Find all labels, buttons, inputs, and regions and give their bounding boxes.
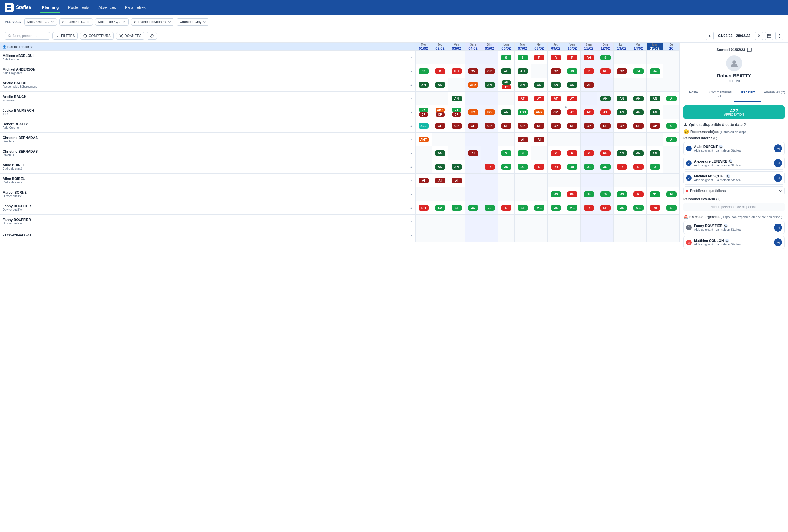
shift-tag[interactable]: AN <box>418 82 429 88</box>
shift-cell[interactable]: CP <box>465 119 481 133</box>
shift-tag[interactable]: AM7 <box>436 107 445 112</box>
shift-tag[interactable]: AN <box>485 82 495 88</box>
nav-roulements[interactable]: Roulements <box>64 3 93 12</box>
emp-arrow[interactable]: ▲ <box>410 193 413 196</box>
emp-arrow[interactable]: ▲ <box>410 152 413 155</box>
shift-tag[interactable]: S <box>501 150 511 156</box>
shift-tag[interactable]: RH <box>452 68 462 74</box>
shift-cell[interactable]: JC <box>597 160 614 174</box>
shift-tag[interactable]: R <box>617 164 627 170</box>
shift-tag[interactable]: J <box>650 164 660 170</box>
shift-tag[interactable]: CP <box>436 113 445 117</box>
person-action-lefevre[interactable]: →i <box>774 159 782 167</box>
shift-cell[interactable]: JC <box>514 160 531 174</box>
shift-tag[interactable]: R <box>435 68 445 74</box>
shift-cell[interactable]: RH <box>647 201 663 215</box>
shift-cell[interactable]: R <box>580 201 597 215</box>
shift-cell[interactable]: FO <box>481 105 498 119</box>
shift-tag[interactable]: AT <box>567 96 577 101</box>
shift-cell[interactable]: CP <box>564 119 580 133</box>
shift-cell[interactable]: R <box>614 160 630 174</box>
shift-cell[interactable]: AI <box>580 78 597 92</box>
shift-cell[interactable]: J2CP <box>415 105 432 119</box>
shift-cell[interactable]: AI <box>514 133 531 146</box>
shift-cell[interactable]: S1 <box>647 188 663 201</box>
shift-tag[interactable]: AI <box>534 137 545 142</box>
shift-cell[interactable]: AN <box>630 146 647 160</box>
shift-cell[interactable]: R <box>564 146 580 160</box>
shift-tag[interactable]: CP <box>452 123 462 129</box>
shift-tag[interactable]: J4 <box>633 68 644 74</box>
shift-cell[interactable]: AZZ <box>415 119 432 133</box>
shift-tag[interactable]: AN <box>452 164 462 170</box>
shift-cell[interactable]: AM7 <box>415 133 432 146</box>
shift-cell[interactable]: R <box>580 146 597 160</box>
shift-tag[interactable]: AN <box>650 96 660 101</box>
calendar-icon[interactable] <box>765 32 773 40</box>
shift-cell[interactable]: S1 <box>448 201 465 215</box>
shift-cell[interactable]: R <box>498 201 514 215</box>
shift-tag[interactable]: S <box>666 205 676 211</box>
shift-tag[interactable]: AH <box>502 80 511 84</box>
shift-cell[interactable]: A <box>663 133 680 146</box>
tab-commentaires[interactable]: Commentaires (1) <box>707 87 734 102</box>
emp-arrow[interactable]: ▲ <box>410 165 413 168</box>
shift-tag[interactable]: CP <box>551 68 561 74</box>
shift-tag[interactable]: CP <box>468 123 478 129</box>
shift-cell[interactable]: AN <box>564 78 580 92</box>
shift-tag[interactable]: AI <box>435 178 445 183</box>
shift-cell[interactable]: CP <box>548 64 564 78</box>
shift-tag[interactable]: AN <box>534 82 545 88</box>
shift-tag[interactable]: J2 <box>418 68 429 74</box>
shift-tag[interactable]: RH <box>584 55 594 60</box>
shift-cell[interactable]: AN <box>481 78 498 92</box>
shift-cell[interactable]: S <box>514 51 531 64</box>
shift-cell[interactable]: RH <box>580 51 597 64</box>
shift-cell[interactable]: ABS <box>514 105 531 119</box>
shift-cell[interactable]: J5 <box>580 188 597 201</box>
shift-cell[interactable]: AN <box>432 78 448 92</box>
shift-cell[interactable]: AN <box>498 105 514 119</box>
shift-cell[interactable]: MS <box>614 201 630 215</box>
shift-tag[interactable]: MS <box>534 205 545 211</box>
shift-tag[interactable]: CP <box>617 68 627 74</box>
donnees-button[interactable]: DONNÉES <box>116 32 144 40</box>
shift-cell[interactable]: J2 <box>415 64 432 78</box>
shift-cell[interactable]: CP <box>514 119 531 133</box>
shift-cell[interactable]: J4 <box>630 64 647 78</box>
shift-tag[interactable]: AN <box>650 150 660 156</box>
shift-cell[interactable]: R <box>630 188 647 201</box>
emp-arrow[interactable]: ▲ <box>410 97 413 100</box>
filters-button[interactable]: FILTRES <box>53 32 78 40</box>
shift-tag[interactable]: J8 <box>584 164 594 170</box>
shift-cell[interactable]: J4 <box>647 64 663 78</box>
shift-tag[interactable]: CP <box>600 123 611 129</box>
shift-cell[interactable]: AT <box>514 92 531 105</box>
shift-tag[interactable]: AT <box>534 96 545 101</box>
shift-cell[interactable]: AN <box>647 146 663 160</box>
shift-tag[interactable]: AT <box>567 110 577 115</box>
shift-tag[interactable]: S <box>600 55 611 60</box>
shift-cell[interactable]: S <box>498 51 514 64</box>
shift-cell[interactable]: AI <box>531 133 548 146</box>
shift-cell[interactable]: RH <box>597 201 614 215</box>
shift-tag[interactable]: R <box>584 68 594 74</box>
shift-tag[interactable]: CP <box>419 113 428 117</box>
shift-cell[interactable]: J1CP <box>448 105 465 119</box>
shift-cell[interactable]: AN <box>630 92 647 105</box>
shift-tag[interactable]: CP <box>567 123 577 129</box>
shift-tag[interactable]: AN <box>600 96 611 101</box>
shift-cell[interactable]: MS <box>564 201 580 215</box>
shift-tag[interactable]: R <box>534 164 545 170</box>
shift-cell[interactable]: AN <box>514 78 531 92</box>
shift-cell[interactable]: AN <box>614 105 630 119</box>
shift-cell[interactable]: AN <box>630 105 647 119</box>
shift-cell[interactable]: AM7 <box>531 105 548 119</box>
shift-tag[interactable]: AI <box>418 178 429 183</box>
shift-cell[interactable]: CP <box>597 119 614 133</box>
shift-tag[interactable]: AT <box>600 110 611 115</box>
shift-cell[interactable]: J5 <box>597 188 614 201</box>
shift-tag[interactable]: CP <box>485 123 495 129</box>
shift-tag[interactable]: AN <box>435 82 445 88</box>
shift-cell[interactable]: J8 <box>580 160 597 174</box>
